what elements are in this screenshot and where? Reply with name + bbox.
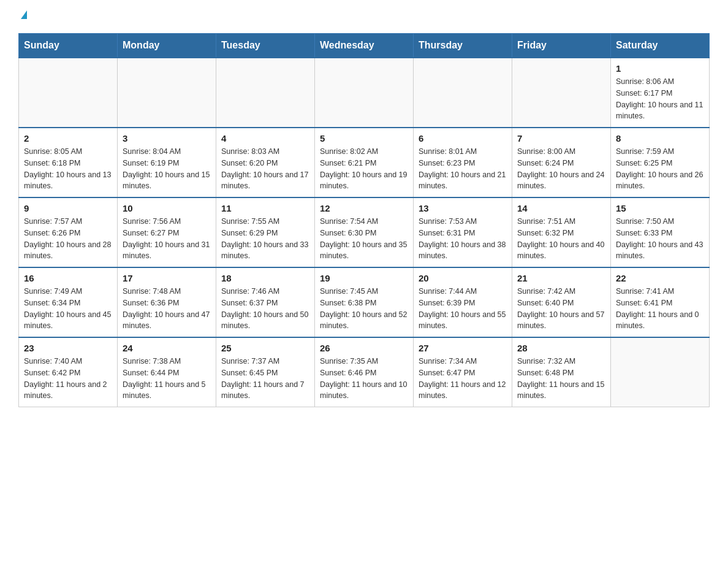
page-header bbox=[18, 12, 710, 21]
day-info: Sunrise: 7:42 AMSunset: 6:40 PMDaylight:… bbox=[517, 286, 605, 332]
calendar-cell: 13Sunrise: 7:53 AMSunset: 6:31 PMDayligh… bbox=[414, 197, 512, 267]
day-number: 23 bbox=[24, 343, 112, 353]
day-number: 5 bbox=[320, 133, 408, 144]
day-info: Sunrise: 7:49 AMSunset: 6:34 PMDaylight:… bbox=[24, 286, 112, 332]
day-info: Sunrise: 7:41 AMSunset: 6:41 PMDaylight:… bbox=[616, 286, 704, 332]
day-info: Sunrise: 7:34 AMSunset: 6:47 PMDaylight:… bbox=[419, 356, 507, 402]
calendar-cell: 27Sunrise: 7:34 AMSunset: 6:47 PMDayligh… bbox=[414, 337, 512, 407]
calendar-cell: 1Sunrise: 8:06 AMSunset: 6:17 PMDaylight… bbox=[611, 58, 710, 128]
week-row-2: 2Sunrise: 8:05 AMSunset: 6:18 PMDaylight… bbox=[19, 128, 710, 197]
day-info: Sunrise: 7:46 AMSunset: 6:37 PMDaylight:… bbox=[221, 286, 309, 332]
day-number: 1 bbox=[616, 63, 704, 74]
weekday-header-wednesday: Wednesday bbox=[315, 34, 414, 58]
day-number: 6 bbox=[419, 133, 507, 144]
day-info: Sunrise: 7:48 AMSunset: 6:36 PMDaylight:… bbox=[123, 286, 211, 332]
day-info: Sunrise: 8:06 AMSunset: 6:17 PMDaylight:… bbox=[616, 76, 704, 122]
calendar-cell: 17Sunrise: 7:48 AMSunset: 6:36 PMDayligh… bbox=[118, 267, 216, 337]
day-info: Sunrise: 7:55 AMSunset: 6:29 PMDaylight:… bbox=[221, 216, 309, 262]
day-info: Sunrise: 7:38 AMSunset: 6:44 PMDaylight:… bbox=[123, 356, 211, 402]
calendar-cell: 12Sunrise: 7:54 AMSunset: 6:30 PMDayligh… bbox=[315, 197, 414, 267]
day-number: 17 bbox=[123, 273, 211, 283]
day-info: Sunrise: 7:37 AMSunset: 6:45 PMDaylight:… bbox=[221, 356, 309, 402]
day-number: 27 bbox=[419, 343, 507, 353]
weekday-header-friday: Friday bbox=[512, 34, 611, 58]
day-number: 26 bbox=[320, 343, 408, 353]
calendar-cell: 9Sunrise: 7:57 AMSunset: 6:26 PMDaylight… bbox=[19, 197, 118, 267]
day-number: 8 bbox=[616, 133, 704, 144]
calendar-cell: 21Sunrise: 7:42 AMSunset: 6:40 PMDayligh… bbox=[512, 267, 611, 337]
calendar-cell: 4Sunrise: 8:03 AMSunset: 6:20 PMDaylight… bbox=[216, 128, 315, 197]
day-number: 24 bbox=[123, 343, 211, 353]
day-info: Sunrise: 7:57 AMSunset: 6:26 PMDaylight:… bbox=[24, 216, 112, 262]
day-number: 4 bbox=[221, 133, 309, 144]
calendar-cell: 15Sunrise: 7:50 AMSunset: 6:33 PMDayligh… bbox=[611, 197, 710, 267]
logo bbox=[18, 12, 27, 21]
calendar-cell: 6Sunrise: 8:01 AMSunset: 6:23 PMDaylight… bbox=[414, 128, 512, 197]
calendar-cell: 3Sunrise: 8:04 AMSunset: 6:19 PMDaylight… bbox=[118, 128, 216, 197]
day-number: 3 bbox=[123, 133, 211, 144]
day-info: Sunrise: 7:44 AMSunset: 6:39 PMDaylight:… bbox=[419, 286, 507, 332]
calendar-cell: 8Sunrise: 7:59 AMSunset: 6:25 PMDaylight… bbox=[611, 128, 710, 197]
calendar-cell bbox=[512, 58, 611, 128]
day-info: Sunrise: 7:51 AMSunset: 6:32 PMDaylight:… bbox=[517, 216, 605, 262]
day-number: 10 bbox=[123, 203, 211, 213]
day-info: Sunrise: 7:45 AMSunset: 6:38 PMDaylight:… bbox=[320, 286, 408, 332]
calendar-cell: 22Sunrise: 7:41 AMSunset: 6:41 PMDayligh… bbox=[611, 267, 710, 337]
week-row-5: 23Sunrise: 7:40 AMSunset: 6:42 PMDayligh… bbox=[19, 337, 710, 407]
day-number: 12 bbox=[320, 203, 408, 213]
day-number: 11 bbox=[221, 203, 309, 213]
calendar-cell: 5Sunrise: 8:02 AMSunset: 6:21 PMDaylight… bbox=[315, 128, 414, 197]
calendar-cell: 7Sunrise: 8:00 AMSunset: 6:24 PMDaylight… bbox=[512, 128, 611, 197]
day-info: Sunrise: 7:35 AMSunset: 6:46 PMDaylight:… bbox=[320, 356, 408, 402]
day-number: 15 bbox=[616, 203, 704, 213]
calendar-cell bbox=[216, 58, 315, 128]
weekday-header-thursday: Thursday bbox=[414, 34, 512, 58]
calendar-cell: 10Sunrise: 7:56 AMSunset: 6:27 PMDayligh… bbox=[118, 197, 216, 267]
day-info: Sunrise: 7:53 AMSunset: 6:31 PMDaylight:… bbox=[419, 216, 507, 262]
day-info: Sunrise: 8:00 AMSunset: 6:24 PMDaylight:… bbox=[517, 146, 605, 192]
day-number: 2 bbox=[24, 133, 112, 144]
calendar-cell: 23Sunrise: 7:40 AMSunset: 6:42 PMDayligh… bbox=[19, 337, 118, 407]
week-row-1: 1Sunrise: 8:06 AMSunset: 6:17 PMDaylight… bbox=[19, 58, 710, 128]
weekday-header-monday: Monday bbox=[118, 34, 216, 58]
day-info: Sunrise: 7:32 AMSunset: 6:48 PMDaylight:… bbox=[517, 356, 605, 402]
calendar-cell: 19Sunrise: 7:45 AMSunset: 6:38 PMDayligh… bbox=[315, 267, 414, 337]
calendar-cell: 2Sunrise: 8:05 AMSunset: 6:18 PMDaylight… bbox=[19, 128, 118, 197]
calendar-table: SundayMondayTuesdayWednesdayThursdayFrid… bbox=[18, 33, 710, 407]
calendar-cell bbox=[611, 337, 710, 407]
day-number: 19 bbox=[320, 273, 408, 283]
day-number: 18 bbox=[221, 273, 309, 283]
day-info: Sunrise: 8:03 AMSunset: 6:20 PMDaylight:… bbox=[221, 146, 309, 192]
day-info: Sunrise: 7:54 AMSunset: 6:30 PMDaylight:… bbox=[320, 216, 408, 262]
weekday-header-saturday: Saturday bbox=[611, 34, 710, 58]
day-number: 25 bbox=[221, 343, 309, 353]
day-number: 13 bbox=[419, 203, 507, 213]
day-number: 22 bbox=[616, 273, 704, 283]
day-number: 7 bbox=[517, 133, 605, 144]
day-number: 16 bbox=[24, 273, 112, 283]
day-info: Sunrise: 7:50 AMSunset: 6:33 PMDaylight:… bbox=[616, 216, 704, 262]
day-number: 9 bbox=[24, 203, 112, 213]
day-info: Sunrise: 7:59 AMSunset: 6:25 PMDaylight:… bbox=[616, 146, 704, 192]
day-info: Sunrise: 7:40 AMSunset: 6:42 PMDaylight:… bbox=[24, 356, 112, 402]
calendar-cell bbox=[315, 58, 414, 128]
calendar-cell: 25Sunrise: 7:37 AMSunset: 6:45 PMDayligh… bbox=[216, 337, 315, 407]
week-row-3: 9Sunrise: 7:57 AMSunset: 6:26 PMDaylight… bbox=[19, 197, 710, 267]
calendar-cell: 18Sunrise: 7:46 AMSunset: 6:37 PMDayligh… bbox=[216, 267, 315, 337]
calendar-cell: 28Sunrise: 7:32 AMSunset: 6:48 PMDayligh… bbox=[512, 337, 611, 407]
day-info: Sunrise: 7:56 AMSunset: 6:27 PMDaylight:… bbox=[123, 216, 211, 262]
calendar-cell bbox=[118, 58, 216, 128]
day-info: Sunrise: 8:04 AMSunset: 6:19 PMDaylight:… bbox=[123, 146, 211, 192]
calendar-cell: 14Sunrise: 7:51 AMSunset: 6:32 PMDayligh… bbox=[512, 197, 611, 267]
calendar-cell bbox=[414, 58, 512, 128]
day-info: Sunrise: 8:02 AMSunset: 6:21 PMDaylight:… bbox=[320, 146, 408, 192]
day-info: Sunrise: 8:01 AMSunset: 6:23 PMDaylight:… bbox=[419, 146, 507, 192]
calendar-cell: 26Sunrise: 7:35 AMSunset: 6:46 PMDayligh… bbox=[315, 337, 414, 407]
day-number: 20 bbox=[419, 273, 507, 283]
calendar-cell: 11Sunrise: 7:55 AMSunset: 6:29 PMDayligh… bbox=[216, 197, 315, 267]
week-row-4: 16Sunrise: 7:49 AMSunset: 6:34 PMDayligh… bbox=[19, 267, 710, 337]
calendar-cell: 24Sunrise: 7:38 AMSunset: 6:44 PMDayligh… bbox=[118, 337, 216, 407]
weekday-header-sunday: Sunday bbox=[19, 34, 118, 58]
day-number: 14 bbox=[517, 203, 605, 213]
calendar-cell: 20Sunrise: 7:44 AMSunset: 6:39 PMDayligh… bbox=[414, 267, 512, 337]
